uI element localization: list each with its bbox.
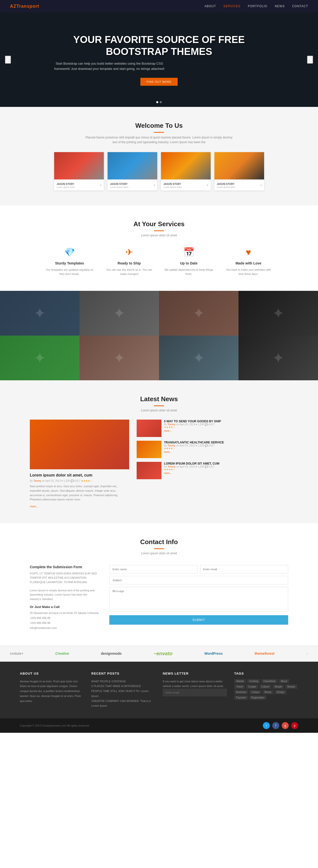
hero-cta-button[interactable]: FIND OUT MORE xyxy=(140,78,178,86)
sponsors-next-arrow[interactable]: › xyxy=(306,651,308,656)
hero-dot-2[interactable] xyxy=(160,101,162,103)
card-subtitle-4: Lorem ipsum dolor xyxy=(217,186,235,188)
gallery-item-5[interactable]: ✦ xyxy=(0,336,80,380)
tag-14[interactable]: Payment xyxy=(234,695,248,700)
hero-dot-1[interactable] xyxy=(156,101,158,103)
nav-portfolio[interactable]: PORTFOLIO xyxy=(248,4,267,8)
nav-services[interactable]: SERVICES xyxy=(223,4,240,8)
footer-post-4[interactable]: CREATIVE COMPANY CAN WONDER. That is it … xyxy=(91,699,156,709)
card-arrow-1[interactable]: › xyxy=(100,184,101,186)
news-item-read-2[interactable]: more... xyxy=(164,451,224,454)
tag-11[interactable]: Unique xyxy=(249,690,261,694)
services-grid: 💎 Sturdy Templates Our templates are upd… xyxy=(10,247,308,276)
news-main-author[interactable]: Tommy xyxy=(33,479,41,482)
hero-prev-button[interactable]: ❮ xyxy=(5,56,11,64)
contact-content: Complete the Submission Form FORTL UT TE… xyxy=(30,565,288,631)
tag-13[interactable]: Design xyxy=(275,690,286,694)
services-section: At Your Services Lorem ipsum dolor sit a… xyxy=(0,205,318,291)
twitter-icon[interactable]: t xyxy=(263,722,270,729)
footer: ABOUT US Aenean feugiat mi at enim. Proi… xyxy=(0,662,318,719)
card-image-train xyxy=(161,152,211,180)
tag-5[interactable]: Travel xyxy=(234,685,245,689)
welcome-card-3[interactable]: JASON STORY Lorem ipsum dolor › xyxy=(161,152,211,190)
news-main-article: Lorem ipsum dolor sit amet, cum By Tommy… xyxy=(30,420,129,508)
footer-post-2[interactable]: 5 PLACES THAT MAKE A DIFFERENCE xyxy=(91,684,156,689)
google-icon[interactable]: g xyxy=(282,722,289,729)
tag-6[interactable]: Couple xyxy=(246,685,258,689)
news-item-author-1[interactable]: Tommy xyxy=(167,423,176,426)
tag-4[interactable]: About xyxy=(279,679,289,683)
hero-next-button[interactable]: ❯ xyxy=(307,56,313,64)
tag-3[interactable]: Classifieds xyxy=(261,679,277,683)
welcome-section: Welcome To Us Placeat facere possimus ni… xyxy=(0,107,318,205)
news-content: Lorem ipsum dolor sit amet, cum By Tommy… xyxy=(30,420,288,508)
tag-10[interactable]: Business xyxy=(234,690,249,694)
gallery-item-8[interactable]: ✦ xyxy=(238,336,318,380)
contact-name-input[interactable] xyxy=(109,565,197,574)
news-main-meta: By Tommy on April 25, 2013 ♥ 1,200 💬 4,6… xyxy=(30,479,129,482)
news-item-author-3[interactable]: Tommy xyxy=(167,465,176,468)
card-info-4: JASON STORY Lorem ipsum dolor › xyxy=(214,180,264,190)
contact-message-input[interactable] xyxy=(109,587,288,612)
service-title-3: Up to Date xyxy=(164,261,214,265)
service-item-1: 💎 Sturdy Templates Our templates are upd… xyxy=(45,247,94,276)
footer-post-1[interactable]: WHAT PEOPLE CONTINUE xyxy=(91,679,156,684)
welcome-card-1[interactable]: JASON STORY Lorem ipsum dolor › xyxy=(54,152,104,190)
card-title-3: JASON STORY xyxy=(163,183,181,185)
contact-section: Contact Info Lorem ipsum dolor sit amet … xyxy=(0,523,318,646)
news-item-read-3[interactable]: more... xyxy=(164,472,219,474)
news-item-read-1[interactable]: more... xyxy=(164,430,221,432)
nav-news[interactable]: NEWS xyxy=(275,4,285,8)
contact-divider xyxy=(154,548,164,549)
news-item-meta-2: By Tommy on April 25, 2013 ♥ 1,200 💬 4,6… xyxy=(164,444,224,447)
tag-9[interactable]: Beauty xyxy=(285,685,297,689)
tag-12[interactable]: Brows xyxy=(263,690,274,694)
gallery-item-1[interactable]: ✦ xyxy=(0,291,80,336)
news-item-content-2: TRANSATLANTIC HEALTHCARE SERVICE By Tomm… xyxy=(164,441,224,454)
news-item-image-3 xyxy=(137,462,161,479)
news-side-articles: 5 WAY TO SEND YOUR GOODS BY SHIP By Tomm… xyxy=(137,420,288,508)
tag-2[interactable]: Cooking xyxy=(247,679,260,683)
tag-8[interactable]: Simple xyxy=(273,685,284,689)
hero-title: YOUR FAVORITE SOURCE OF FREE BOOTSTRAP T… xyxy=(47,34,271,57)
news-main-read-more[interactable]: more... xyxy=(30,505,38,508)
card-title-4: JASON STORY xyxy=(217,183,234,185)
card-image-plane xyxy=(214,152,264,180)
service-desc-3: We update dependencies to keep things fr… xyxy=(164,268,214,276)
gallery-item-6[interactable]: ✦ xyxy=(80,336,159,380)
contact-email-input[interactable] xyxy=(200,565,288,574)
tag-7[interactable]: Culture xyxy=(259,685,271,689)
nav-contact[interactable]: CONTACT xyxy=(292,4,308,8)
contact-phone2: +026 886 896 86 xyxy=(30,621,51,624)
contact-info: Complete the Submission Form FORTL UT TE… xyxy=(30,565,99,631)
welcome-card-2[interactable]: JASON STORY Lorem ipsum dolor › xyxy=(107,152,157,190)
services-title: At Your Services xyxy=(10,220,308,228)
contact-form-desc2: Lorem Ipsum is simply dummy text of the … xyxy=(30,588,99,601)
nav-logo[interactable]: AZTransport xyxy=(10,4,39,9)
footer-copyright: Copyright © 2013 Companyname.com All rig… xyxy=(20,724,90,727)
news-item-stars-1: ★★★★☆ xyxy=(164,426,221,429)
card-arrow-2[interactable]: › xyxy=(154,184,155,186)
tag-1[interactable]: Alahah xyxy=(234,679,246,683)
sponsor-3: designmodo xyxy=(101,651,122,655)
contact-address-text: 25 Newdomain.archane.ca At Kinds Of Jaka… xyxy=(30,612,99,615)
news-item-author-2[interactable]: Tommy xyxy=(167,444,176,447)
card-arrow-4[interactable]: › xyxy=(261,184,261,186)
footer-social-links: t f g p xyxy=(263,722,298,729)
nav-about[interactable]: ABOUT xyxy=(204,4,216,8)
welcome-card-4[interactable]: JASON STORY Lorem ipsum dolor › xyxy=(214,152,264,190)
gallery-item-7[interactable]: ✦ xyxy=(159,336,238,380)
newsletter-input[interactable] xyxy=(163,689,227,696)
footer-post-3[interactable]: PEOPLE TIME STILL JOIN YEAR 5 TH. Lorem … xyxy=(91,689,156,699)
card-arrow-3[interactable]: › xyxy=(207,184,208,186)
contact-email[interactable]: info@newdomain.com xyxy=(30,626,57,629)
facebook-icon[interactable]: f xyxy=(272,722,279,729)
gallery-item-2[interactable]: ✦ xyxy=(80,291,159,336)
contact-subject-input[interactable] xyxy=(109,576,288,584)
gallery-item-4[interactable]: ✦ xyxy=(238,291,318,336)
contact-submit-button[interactable]: SUBMIT xyxy=(109,615,288,625)
pinterest-icon[interactable]: p xyxy=(291,722,298,729)
news-divider xyxy=(154,405,164,406)
tag-15[interactable]: Registration xyxy=(249,695,266,700)
gallery-item-3[interactable]: ✦ xyxy=(159,291,238,336)
